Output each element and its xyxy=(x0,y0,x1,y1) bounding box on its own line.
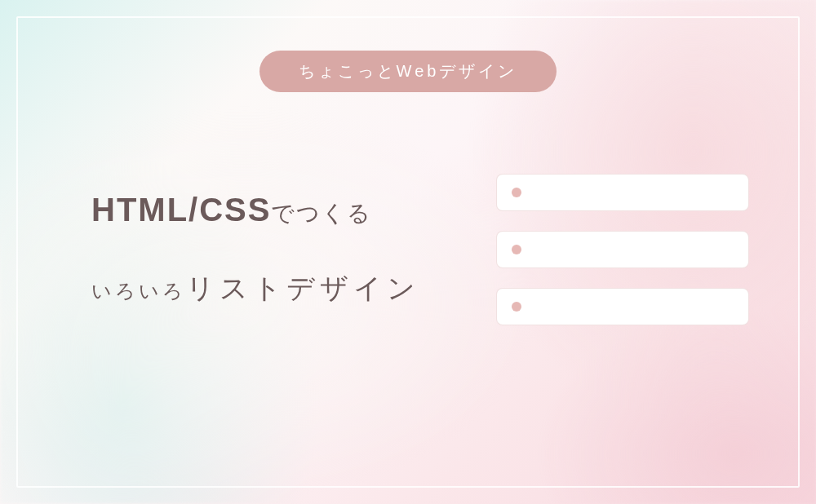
subtitle-main: リストデザイン xyxy=(186,272,420,303)
subtitle-prefix: いろいろ xyxy=(91,280,186,302)
title-bold: HTML/CSS xyxy=(91,192,271,228)
title-block: HTML/CSSでつくる いろいろリストデザイン xyxy=(67,192,496,307)
title-line-1: HTML/CSSでつくる xyxy=(91,192,496,229)
list-item xyxy=(496,231,749,268)
bullet-icon xyxy=(512,302,521,312)
main-content: HTML/CSSでつくる いろいろリストデザイン xyxy=(59,174,757,325)
content-frame: ちょこっとWebデザイン HTML/CSSでつくる いろいろリストデザイン xyxy=(16,16,800,488)
title-suffix: でつくる xyxy=(271,201,372,226)
bullet-icon xyxy=(512,245,521,254)
list-item xyxy=(496,288,749,325)
list-item xyxy=(496,174,749,211)
bullet-icon xyxy=(512,188,521,197)
header-badge: ちょこっとWebデザイン xyxy=(259,51,557,92)
badge-text: ちょこっとWebデザイン xyxy=(299,62,518,80)
list-preview xyxy=(496,174,749,325)
title-line-2: いろいろリストデザイン xyxy=(91,270,496,307)
